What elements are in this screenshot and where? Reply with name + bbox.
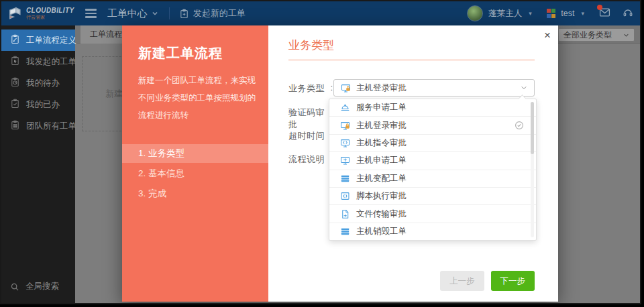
prev-step-button[interactable]: 上一步 [440,271,484,291]
business-type-dropdown: 服务申请工单 主机登录审批 主机指令审批 主机申请工单 主机变配工单 [329,99,537,241]
dropdown-option-主机销毁工单[interactable]: 主机销毁工单 [329,223,536,241]
search-icon [10,282,19,292]
unread-badge [597,5,602,10]
chevron-down-icon [623,32,629,38]
app-window: CLOUDBILITY 行云管家 工单中心 发起新的工单 蓬莱主人 ▾ test… [0,0,641,304]
clipboard-edit-icon [10,34,20,46]
team-logo-icon [547,9,556,18]
navbar-divider [169,7,170,19]
brand-subtitle: 行云管家 [26,15,74,19]
wizard-buttons: 上一步 下一步 [440,271,535,291]
dropdown-option-主机变配工单[interactable]: 主机变配工单 [329,170,536,188]
modal-body: × 业务类型 业务类型: 验证码审批: 超时时间: 流程说明: 主机登录审批 [268,25,558,302]
wizard-step-3: 3. 完成 [122,184,268,203]
chevron-down-icon: ▾ [581,10,584,17]
user-name[interactable]: 蓬莱主人 [488,8,522,19]
script-exec-icon [340,191,350,201]
service-request-icon [340,103,350,113]
dropdown-option-主机指令审批[interactable]: 主机指令审批 [329,135,536,152]
wizard-step-2: 2. 基本信息 [122,164,268,183]
global-search-label: 全局搜索 [25,281,59,292]
top-navbar: CLOUDBILITY 行云管家 工单中心 发起新的工单 蓬莱主人 ▾ test… [1,1,641,25]
host-apply-icon [340,156,350,166]
dropdown-scrollbar[interactable] [531,102,534,237]
dropdown-option-服务申请工单[interactable]: 服务申请工单 [329,99,536,117]
new-ticket-label: 发起新的工单 [193,7,246,19]
cloudbility-logo-icon [8,6,23,21]
brand-name: CLOUDBILITY [26,7,74,14]
sidebar-item-工单流程定义[interactable]: 工单流程定义 [1,29,75,51]
team-name[interactable]: test [561,9,574,18]
clipboard-check-icon [10,99,20,111]
dropdown-option-脚本执行审批[interactable]: 脚本执行审批 [329,188,536,205]
sidebar-item-我的已办[interactable]: 我的已办 [1,94,75,115]
timeout-label: 超时时间: [288,130,333,142]
clipboard-team-icon [10,120,20,132]
next-step-button[interactable]: 下一步 [491,271,535,291]
clipboard-send-icon [10,56,20,68]
clipboard-plus-icon [179,9,189,19]
flow-description-label: 流程说明: [288,154,333,166]
captcha-approval-label: 验证码审批: [288,107,333,131]
modal-description: 新建一个团队工单流程，来实现不同业务类型的工单按照规划的流程进行流转 [122,62,268,124]
chevron-down-icon [521,84,527,91]
wizard-step-1: 1. 业务类型 [122,144,268,163]
navbar-right-cluster: 蓬莱主人 ▾ test ▾ [467,5,633,21]
host-destroy-icon [340,227,350,237]
filter-select-value: 全部业务类型 [564,29,612,41]
modal-title: 新建工单流程 [122,44,268,62]
module-title: 工单中心 [107,7,148,20]
selected-check-icon [515,121,524,130]
global-search-button[interactable]: 全局搜索 [10,281,59,292]
dropdown-option-主机登录审批[interactable]: 主机登录审批 [329,117,536,134]
business-type-filter-select[interactable]: 全部业务类型 [558,28,635,42]
sidebar-nav: 工单流程定义 我发起的工单 我的待办 我的已办 团队所有工单 [1,29,75,137]
sidebar: 工单流程定义 我发起的工单 我的待办 我的已办 团队所有工单 全局搜索 [1,25,75,303]
new-workflow-modal: 新建工单流程 新建一个团队工单流程，来实现不同业务类型的工单按照规划的流程进行流… [122,25,558,302]
user-avatar[interactable] [467,5,483,21]
new-ticket-button[interactable]: 发起新的工单 [179,7,246,19]
business-type-select-value: 主机登录审批 [356,82,407,94]
headset-icon[interactable] [623,7,633,19]
dropdown-option-文件传输审批[interactable]: 文件传输审批 [329,205,536,223]
dropdown-option-主机申请工单[interactable]: 主机申请工单 [329,152,536,170]
clipboard-clock-icon [10,77,20,89]
host-login-icon [340,121,350,131]
mail-icon[interactable] [599,7,610,19]
section-title: 业务类型 [288,38,334,53]
modal-steps-panel: 新建工单流程 新建一个团队工单流程，来实现不同业务类型的工单按照规划的流程进行流… [122,25,268,302]
chevron-down-icon [152,10,158,17]
sidebar-item-我的待办[interactable]: 我的待办 [1,72,75,94]
host-login-icon [341,83,351,93]
business-type-label: 业务类型: [288,82,333,95]
brand-logo[interactable]: CLOUDBILITY 行云管家 [8,6,74,21]
hamburger-menu-icon[interactable] [85,9,97,17]
module-switcher[interactable]: 工单中心 [107,7,158,20]
sidebar-item-我发起的工单[interactable]: 我发起的工单 [1,51,75,72]
section-divider [288,60,535,60]
host-command-icon [340,138,350,148]
business-type-select[interactable]: 主机登录审批 [333,79,535,97]
file-transfer-icon [340,209,350,219]
sidebar-item-团队所有工单[interactable]: 团队所有工单 [1,115,75,137]
wizard-steps: 1. 业务类型2. 基本信息3. 完成 [122,144,268,203]
host-resize-icon [340,174,350,184]
close-icon[interactable]: × [544,29,551,41]
chevron-down-icon: ▾ [529,10,532,17]
